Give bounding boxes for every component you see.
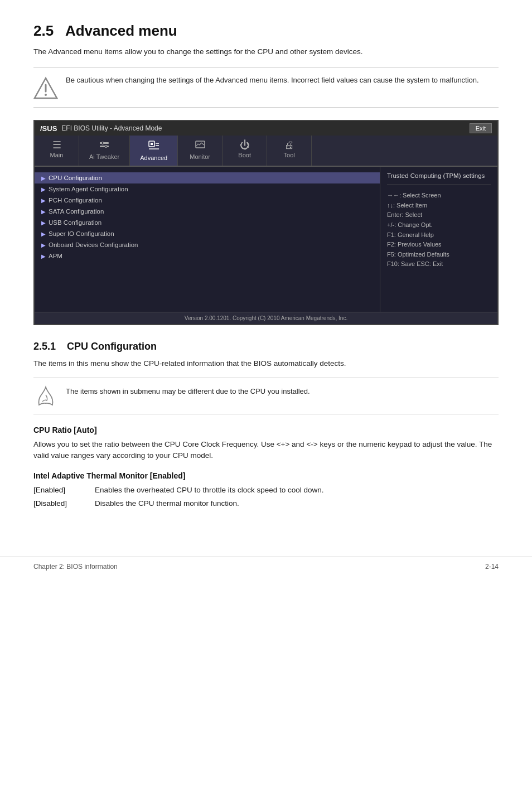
advanced-tab-label: Advanced: [140, 154, 167, 161]
caution-text: Be cautious when changing the settings o…: [66, 75, 479, 86]
svg-rect-8: [151, 143, 153, 145]
arrow-icon: ▶: [41, 197, 46, 204]
boot-tab-label: Boot: [238, 152, 251, 158]
arrow-icon: ▶: [41, 209, 46, 215]
footer-right: 2-14: [485, 563, 499, 571]
tool-tab-label: Tool: [284, 152, 295, 158]
ai-tweaker-tab-icon: [99, 140, 110, 152]
bios-right-title: Trusted Computing (TPM) settings: [387, 172, 491, 179]
arrow-icon: ▶: [41, 253, 46, 259]
bios-menu-list: ▶ CPU Configuration ▶ System Agent Confi…: [35, 167, 380, 312]
option-row-disabled: [Disabled] Disables the CPU thermal moni…: [33, 498, 499, 509]
note-icon: [33, 384, 58, 408]
bios-menu-item-system-agent[interactable]: ▶ System Agent Configuration: [35, 183, 380, 195]
arrow-icon: ▶: [41, 220, 46, 226]
footer-left: Chapter 2: BIOS information: [33, 563, 118, 571]
option-val-enabled: Enables the overheated CPU to throttle i…: [95, 485, 323, 496]
bios-tab-ai-tweaker[interactable]: Ai Tweaker: [79, 136, 130, 166]
page-footer: Chapter 2: BIOS information 2-14: [0, 557, 532, 576]
section-title: 2.5 Advanced menu: [33, 22, 499, 40]
note-box: The items shown in submenu may be differ…: [33, 378, 499, 414]
ai-tweaker-tab-label: Ai Tweaker: [89, 153, 119, 160]
arrow-icon: ▶: [41, 186, 46, 192]
svg-rect-4: [100, 146, 109, 147]
asus-logo: /SUS: [40, 124, 57, 133]
caution-box: Be cautious when changing the settings o…: [33, 67, 499, 108]
bios-tab-main[interactable]: ☰ Main: [35, 136, 79, 166]
bios-tab-boot[interactable]: ⏻ Boot: [223, 136, 267, 166]
bios-tab-tool[interactable]: 🖨 Tool: [267, 136, 312, 166]
monitor-tab-label: Monitor: [190, 153, 210, 160]
bios-menu-item-onboard[interactable]: ▶ Onboard Devices Configuration: [35, 239, 380, 250]
main-tab-label: Main: [50, 152, 64, 158]
caution-icon: [33, 76, 58, 100]
bios-tabs: ☰ Main Ai Tweaker: [35, 136, 497, 167]
bios-menu-item-apm[interactable]: ▶ APM: [35, 250, 380, 262]
bios-tab-monitor[interactable]: Monitor: [178, 136, 223, 166]
bios-titlebar: /SUS EFI BIOS Utility - Advanced Mode Ex…: [35, 121, 497, 136]
subsection-title: 2.5.1 CPU Configuration: [33, 341, 499, 352]
arrow-icon: ▶: [41, 231, 46, 237]
svg-point-2: [45, 94, 47, 96]
arrow-icon: ▶: [41, 175, 46, 181]
thermal-monitor-title: Intel Adaptive Thermal Monitor [Enabled]: [33, 471, 499, 480]
section-description: The Advanced menu items allow you to cha…: [33, 46, 499, 57]
thermal-monitor-options: [Enabled] Enables the overheated CPU to …: [33, 485, 499, 510]
bios-title-text: EFI BIOS Utility - Advanced Mode: [61, 124, 162, 132]
option-row-enabled: [Enabled] Enables the overheated CPU to …: [33, 485, 499, 496]
option-val-disabled: Disables the CPU thermal monitor functio…: [95, 498, 239, 509]
bios-menu-item-usb[interactable]: ▶ USB Configuration: [35, 217, 380, 228]
bios-menu-item-super-io[interactable]: ▶ Super IO Configuration: [35, 228, 380, 239]
bios-title-left: /SUS EFI BIOS Utility - Advanced Mode: [40, 124, 162, 133]
svg-point-6: [105, 146, 107, 148]
svg-point-5: [101, 142, 104, 144]
bios-menu-item-cpu-config[interactable]: ▶ CPU Configuration: [35, 172, 380, 183]
option-key-disabled: [Disabled]: [33, 498, 84, 509]
bios-exit-button[interactable]: Exit: [470, 123, 492, 133]
arrow-icon: ▶: [41, 242, 46, 248]
subsection-description: The items in this menu show the CPU-rela…: [33, 358, 499, 369]
bios-tab-advanced[interactable]: Advanced: [130, 136, 178, 166]
tool-tab-icon: 🖨: [284, 140, 294, 150]
bios-body: ▶ CPU Configuration ▶ System Agent Confi…: [35, 167, 497, 312]
cpu-ratio-desc: Allows you to set the ratio between the …: [33, 439, 499, 462]
boot-tab-icon: ⏻: [240, 140, 250, 150]
monitor-tab-icon: [195, 140, 206, 152]
bios-footer: Version 2.00.1201. Copyright (C) 2010 Am…: [35, 312, 497, 324]
advanced-tab-icon: [148, 140, 159, 153]
bios-right-panel: Trusted Computing (TPM) settings →←: Sel…: [380, 167, 497, 312]
bios-menu-item-pch[interactable]: ▶ PCH Configuration: [35, 195, 380, 206]
note-text: The items shown in submenu may be differ…: [66, 384, 310, 397]
bios-menu-item-sata[interactable]: ▶ SATA Configuration: [35, 206, 380, 217]
svg-rect-3: [100, 142, 109, 144]
option-key-enabled: [Enabled]: [33, 485, 84, 496]
cpu-ratio-title: CPU Ratio [Auto]: [33, 426, 499, 434]
bios-right-divider: [387, 185, 491, 185]
bios-help-text: →←: Select Screen ↑↓: Select Item Enter:…: [387, 191, 491, 269]
bios-screenshot: /SUS EFI BIOS Utility - Advanced Mode Ex…: [33, 120, 499, 325]
main-tab-icon: ☰: [52, 140, 61, 150]
